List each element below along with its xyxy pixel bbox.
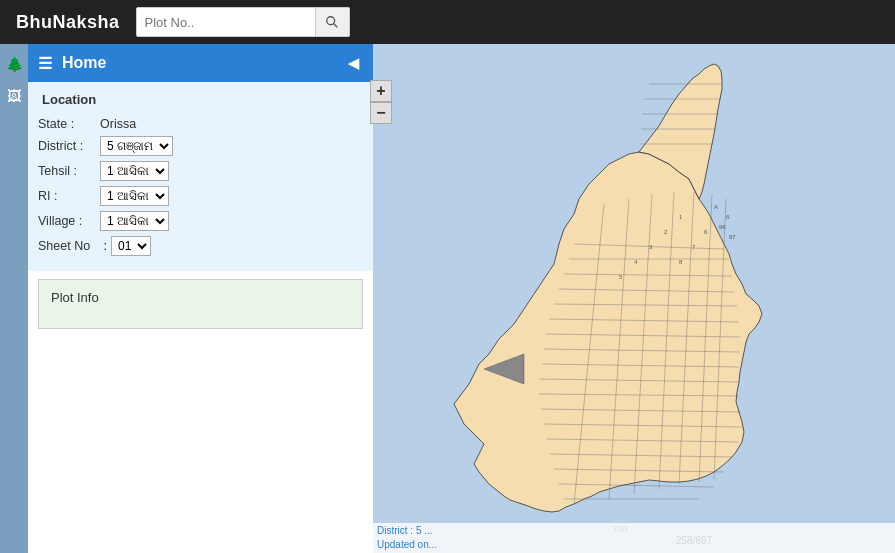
app-brand: BhuNaksha — [16, 12, 120, 33]
ri-select[interactable]: 1 ଆସିକା — [100, 186, 169, 206]
image-sidebar-item[interactable]: 🖼 — [2, 84, 26, 108]
collapse-button[interactable]: ◀ — [343, 53, 363, 73]
village-select[interactable]: 1 ଆସିକା — [100, 211, 169, 231]
panel-header: ☰ Home ◀ — [28, 44, 373, 82]
district-label: District : — [38, 139, 100, 153]
zoom-out-button[interactable]: − — [370, 102, 392, 124]
tehsil-select[interactable]: 1 ଆସିକା — [100, 161, 169, 181]
plot-info-title: Plot Info — [51, 290, 350, 305]
ri-row: RI : 1 ଆସିକା — [38, 186, 363, 206]
map-svg: 258/697 ଅମ 1 2 3 4 5 6 7 8 A 6 96 97 — [373, 44, 895, 553]
status-bar: District : 5 ... Updated on... — [373, 523, 895, 553]
state-value: Orissa — [100, 117, 136, 131]
svg-line-1 — [334, 24, 338, 28]
navbar: BhuNaksha — [0, 0, 895, 44]
village-row: Village : 1 ଆସିକା — [38, 211, 363, 231]
district-row: District : 5 ଗଞ୍ଜାମ — [38, 136, 363, 156]
map-area[interactable]: 258/697 ଅମ 1 2 3 4 5 6 7 8 A 6 96 97 Dis… — [373, 44, 895, 553]
left-panel: ☰ Home ◀ Location State : Orissa Distric… — [28, 44, 373, 553]
panel-title: Home — [62, 54, 106, 72]
svg-text:A: A — [714, 204, 718, 210]
ri-label: RI : — [38, 189, 100, 203]
search-icon — [325, 15, 339, 29]
district-select[interactable]: 5 ଗଞ୍ଜାମ — [100, 136, 173, 156]
tree-sidebar-item[interactable]: 🌲 — [2, 52, 26, 76]
state-label: State : — [38, 117, 100, 131]
search-button[interactable] — [316, 7, 350, 37]
sheet-select[interactable]: 01 — [111, 236, 151, 256]
state-row: State : Orissa — [38, 117, 363, 131]
zoom-in-button[interactable]: + — [370, 80, 392, 102]
map-controls: + − — [370, 80, 392, 124]
search-bar — [136, 7, 350, 37]
search-input[interactable] — [136, 7, 316, 37]
plot-info-section: Plot Info — [38, 279, 363, 329]
tehsil-row: Tehsil : 1 ଆସିକା — [38, 161, 363, 181]
icon-sidebar: 🌲 🖼 — [0, 44, 28, 553]
sheet-label: Sheet No — [38, 239, 100, 253]
svg-text:97: 97 — [729, 234, 736, 240]
status-updated: Updated on... — [377, 538, 891, 552]
svg-point-0 — [327, 17, 335, 25]
hamburger-icon[interactable]: ☰ — [38, 54, 52, 73]
status-district: District : 5 ... — [377, 524, 891, 538]
location-header: Location — [38, 90, 363, 109]
main-layout: 🌲 🖼 ☰ Home ◀ Location State : Orissa Dis… — [0, 44, 895, 553]
tehsil-label: Tehsil : — [38, 164, 100, 178]
sheet-row: Sheet No : 01 — [38, 236, 363, 256]
svg-text:96: 96 — [719, 224, 726, 230]
village-label: Village : — [38, 214, 100, 228]
location-section: Location State : Orissa District : 5 ଗଞ୍… — [28, 82, 373, 271]
